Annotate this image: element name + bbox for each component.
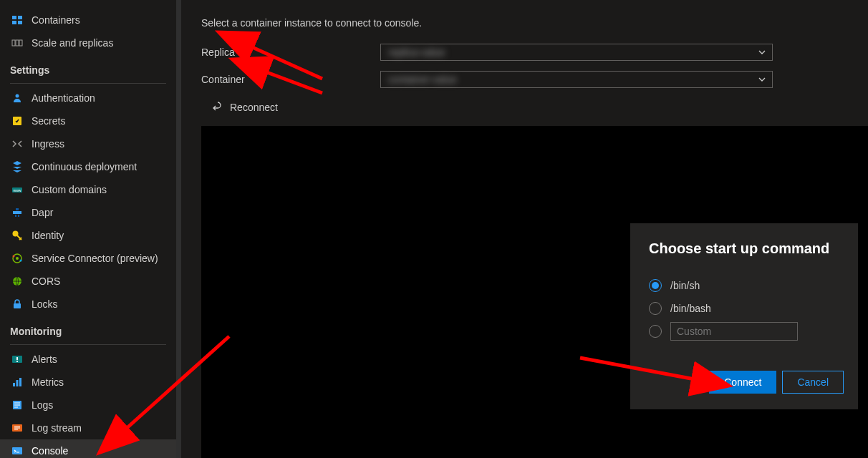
identity-icon (11, 230, 23, 241)
svg-rect-13 (15, 215, 16, 217)
sidebar-item-console[interactable]: Console (0, 439, 176, 458)
svg-rect-25 (13, 383, 15, 386)
container-label: Container (201, 74, 380, 85)
sidebar-item-continuous-deployment[interactable]: Continuous deployment (0, 155, 176, 178)
sidebar-item-custom-domains[interactable]: www Custom domains (0, 178, 176, 201)
sidebar-item-metrics[interactable]: Metrics (0, 371, 176, 394)
sidebar-item-label: Containers (32, 14, 80, 26)
description-text: Select a container instance to connect t… (181, 13, 868, 39)
modal-title: Choose start up command (649, 240, 842, 257)
sidebar-item-ingress[interactable]: Ingress (0, 132, 176, 155)
radio-option-custom[interactable] (649, 320, 842, 343)
replica-row: Replica replica-value (181, 39, 868, 66)
sidebar-item-service-connector[interactable]: Service Connector (preview) (0, 247, 176, 270)
console-icon (11, 445, 23, 457)
sidebar-item-containers[interactable]: Containers (0, 9, 176, 31)
svg-rect-11 (13, 211, 21, 214)
radio-label: /bin/bash (670, 303, 711, 314)
sidebar-scrollbar[interactable] (176, 0, 181, 458)
container-row: Container container-value (181, 66, 868, 93)
auth-icon (11, 92, 23, 104)
reconnect-button[interactable]: Reconnect (181, 93, 868, 122)
svg-rect-23 (16, 357, 18, 360)
sidebar-item-label: Locks (32, 298, 58, 310)
container-dropdown[interactable]: container-value (380, 71, 773, 88)
sidebar-item-identity[interactable]: Identity (0, 224, 176, 247)
domains-icon: www (11, 184, 23, 195)
sidebar-item-label: Ingress (32, 138, 64, 150)
svg-rect-27 (19, 378, 21, 386)
sidebar-content: Containers Scale and replicas Settings A… (0, 0, 176, 458)
svg-rect-14 (18, 215, 19, 217)
startup-command-modal: Choose start up command /bin/sh /bin/bas… (630, 223, 858, 409)
sidebar-item-cors[interactable]: CORS (0, 270, 176, 293)
logs-icon (11, 399, 23, 411)
svg-rect-2 (12, 21, 16, 24)
svg-point-7 (16, 94, 19, 98)
sidebar-item-dapr[interactable]: Dapr (0, 201, 176, 224)
sidebar-group-monitoring: Monitoring (0, 316, 176, 341)
sidebar-item-locks[interactable]: Locks (0, 293, 176, 316)
metrics-icon (11, 376, 23, 388)
sidebar-item-label: Scale and replicas (32, 37, 113, 49)
sidebar-item-label: Secrets (32, 115, 65, 127)
svg-text:www: www (14, 188, 21, 193)
svg-rect-1 (18, 16, 22, 19)
custom-command-input[interactable] (670, 322, 798, 341)
sidebar-item-scale[interactable]: Scale and replicas (0, 31, 176, 54)
sidebar-item-label: Service Connector (preview) (32, 253, 158, 264)
sidebar-item-label: CORS (32, 276, 60, 287)
replica-dropdown[interactable]: replica-value (380, 44, 773, 61)
replica-value: replica-value (388, 47, 445, 58)
sidebar-item-logs[interactable]: Logs (0, 394, 176, 416)
svg-rect-24 (16, 361, 18, 362)
cors-icon (11, 276, 23, 287)
cancel-button[interactable]: Cancel (782, 371, 844, 394)
sidebar-group-settings: Settings (0, 54, 176, 80)
divider (10, 83, 166, 84)
sidebar: Containers Scale and replicas Settings A… (0, 0, 181, 458)
svg-rect-5 (16, 40, 19, 46)
radio-option-bin-bash[interactable]: /bin/bash (649, 297, 842, 320)
sidebar-item-label: Console (32, 445, 68, 457)
radio-icon (649, 325, 662, 338)
chevron-down-icon (758, 48, 766, 57)
ingress-icon (11, 138, 23, 150)
sidebar-item-authentication[interactable]: Authentication (0, 87, 176, 109)
reconnect-icon (211, 102, 223, 113)
svg-rect-0 (12, 16, 16, 19)
container-value: container-value (388, 74, 457, 85)
svg-point-19 (20, 260, 22, 262)
radio-icon (649, 279, 662, 292)
secrets-icon (11, 115, 23, 127)
sidebar-item-label: Authentication (32, 92, 95, 104)
svg-rect-12 (16, 208, 19, 210)
sidebar-item-secrets[interactable]: Secrets (0, 109, 176, 132)
reconnect-label: Reconnect (230, 102, 278, 113)
sidebar-item-log-stream[interactable]: Log stream (0, 416, 176, 439)
sidebar-item-label: Alerts (32, 354, 57, 365)
sidebar-item-alerts[interactable]: Alerts (0, 348, 176, 371)
chevron-down-icon (758, 75, 766, 84)
radio-option-bin-sh[interactable]: /bin/sh (649, 274, 842, 297)
dapr-icon (11, 207, 23, 218)
replica-label: Replica (201, 47, 380, 58)
connect-button[interactable]: Connect (709, 371, 776, 394)
sidebar-item-label: Identity (32, 230, 64, 241)
sidebar-item-label: Metrics (32, 376, 64, 388)
divider (10, 344, 166, 345)
sidebar-item-label: Logs (32, 399, 53, 411)
svg-rect-4 (12, 40, 15, 46)
svg-rect-21 (14, 303, 21, 308)
svg-rect-26 (16, 380, 19, 386)
containers-icon (11, 14, 23, 26)
svg-point-18 (13, 255, 15, 258)
scale-icon (11, 37, 23, 49)
sidebar-item-label: Continuous deployment (32, 161, 137, 172)
sidebar-item-label: Custom domains (32, 184, 107, 195)
svg-rect-3 (18, 21, 22, 24)
logstream-icon (11, 422, 23, 434)
modal-buttons: Connect Cancel (709, 371, 844, 394)
alerts-icon (11, 354, 23, 365)
sidebar-item-label: Log stream (32, 422, 82, 434)
